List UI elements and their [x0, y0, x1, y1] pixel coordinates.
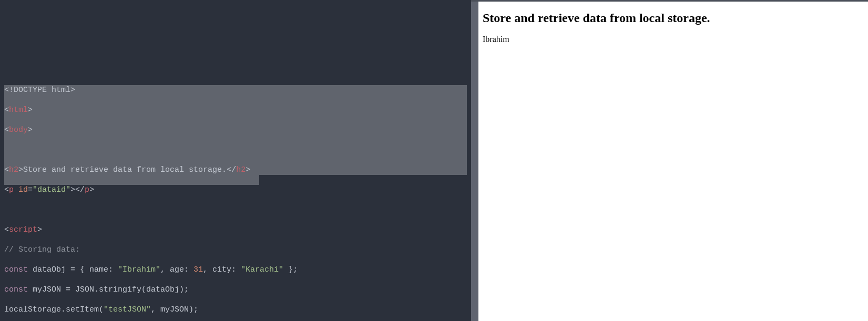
code-token: }; [283, 265, 298, 274]
code-token: // Storing data: [4, 245, 80, 254]
code-token: const [4, 265, 28, 274]
code-token: ></ [70, 185, 85, 194]
code-token: html [9, 106, 28, 115]
code-token: = [28, 185, 33, 194]
code-token: < [4, 225, 9, 234]
code-token: , myJSON); [151, 305, 198, 314]
code-token: < [4, 126, 9, 134]
code-token: myJSON = JSON.stringify(dataObj); [28, 285, 189, 294]
preview-heading: Store and retrieve data from local stora… [483, 11, 864, 25]
code-token: id [18, 185, 28, 194]
code-token: > [37, 225, 42, 234]
code-token: p [85, 185, 89, 194]
code-token: const [4, 285, 28, 294]
code-token: "dataid" [33, 185, 70, 194]
preview-output: Ibrahim [483, 35, 864, 44]
code-token: "testJSON" [104, 305, 151, 314]
code-token: > [246, 165, 250, 174]
code-token: h2 [9, 165, 18, 174]
code-token: < [4, 165, 9, 174]
code-token: "Ibrahim" [118, 265, 160, 274]
code-token: <!DOCTYPE html> [4, 86, 75, 95]
code-token: p [9, 185, 14, 194]
code-token: < [4, 106, 9, 115]
code-token: , city: [203, 265, 241, 274]
code-token: script [9, 225, 37, 234]
code-editor-pane[interactable]: <!DOCTYPE html> <html> <body> <h2>Store … [0, 0, 471, 321]
code-token [14, 185, 18, 194]
code-token: < [4, 185, 9, 194]
code-token: > [28, 106, 33, 115]
preview-pane: Store and retrieve data from local stora… [478, 0, 868, 321]
code-token: body [9, 126, 28, 134]
code-token: h2 [236, 165, 246, 174]
code-content[interactable]: <!DOCTYPE html> <html> <body> <h2>Store … [4, 75, 467, 321]
code-token: </ [227, 165, 236, 174]
code-token: > [18, 165, 23, 174]
code-token: Store and retrieve data from local stora… [23, 165, 227, 174]
code-token: "Karachi" [241, 265, 283, 274]
code-token: > [89, 185, 94, 194]
code-token: , age: [160, 265, 193, 274]
code-token: > [28, 126, 33, 134]
pane-divider[interactable] [471, 0, 478, 321]
code-token: dataObj = { name: [28, 265, 118, 274]
code-token: 31 [193, 265, 203, 274]
code-token: localStorage.setItem( [4, 305, 104, 314]
